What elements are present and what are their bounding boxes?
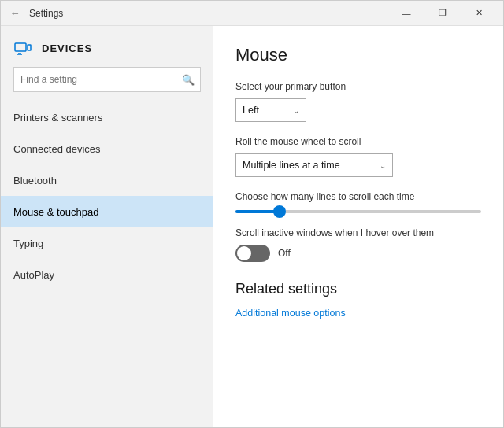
primary-button-label: Select your primary button — [235, 81, 481, 92]
close-button[interactable]: ✕ — [461, 1, 497, 26]
sidebar-item-connected[interactable]: Connected devices — [1, 133, 213, 164]
window-title: Settings — [29, 8, 63, 19]
search-wrapper: 🔍 — [13, 67, 201, 92]
title-bar-left: ← Settings — [7, 6, 388, 21]
search-input[interactable] — [13, 67, 201, 92]
sidebar-heading: DEVICES — [42, 42, 92, 54]
scroll-inactive-toggle[interactable] — [235, 245, 270, 262]
primary-button-value: Left — [243, 105, 287, 116]
primary-button-arrow: ⌄ — [293, 106, 299, 115]
scroll-inactive-label: Scroll inactive windows when I hover ove… — [235, 227, 481, 238]
sidebar-header: DEVICES — [1, 26, 213, 67]
additional-mouse-options-link[interactable]: Additional mouse options — [235, 308, 346, 319]
content-area: DEVICES 🔍 Printers & scanners Connected … — [1, 26, 503, 427]
slider-thumb[interactable] — [273, 205, 286, 218]
scroll-setting-label: Roll the mouse wheel to scroll — [235, 136, 481, 147]
primary-button-dropdown[interactable]: Left ⌄ — [235, 98, 306, 122]
sidebar-item-bluetooth[interactable]: Bluetooth — [1, 164, 213, 196]
scroll-setting-dropdown[interactable]: Multiple lines at a time ⌄ — [235, 153, 393, 177]
title-bar: ← Settings — ❐ ✕ — [1, 1, 503, 26]
page-title: Mouse — [235, 45, 481, 65]
window-controls: — ❐ ✕ — [388, 1, 497, 26]
related-title: Related settings — [235, 281, 481, 297]
toggle-state-label: Off — [278, 248, 291, 259]
scroll-slider-track — [235, 210, 481, 213]
scroll-inactive-section: Scroll inactive windows when I hover ove… — [235, 227, 481, 262]
back-button[interactable]: ← — [7, 6, 23, 21]
scroll-setting-arrow: ⌄ — [380, 161, 386, 170]
minimize-button[interactable]: — — [388, 1, 424, 26]
svg-rect-0 — [15, 43, 26, 51]
search-area: 🔍 — [13, 67, 201, 92]
sidebar: DEVICES 🔍 Printers & scanners Connected … — [1, 26, 213, 427]
sidebar-item-printers[interactable]: Printers & scanners — [1, 101, 213, 133]
sidebar-item-autoplay[interactable]: AutoPlay — [1, 259, 213, 290]
svg-rect-1 — [28, 45, 31, 50]
sidebar-item-typing[interactable]: Typing — [1, 227, 213, 259]
sidebar-nav: Printers & scanners Connected devices Bl… — [1, 101, 213, 290]
scroll-lines-label: Choose how many lines to scroll each tim… — [235, 191, 481, 202]
related-settings: Related settings Additional mouse option… — [235, 281, 481, 319]
maximize-button[interactable]: ❐ — [424, 1, 461, 26]
scroll-setting-value: Multiple lines at a time — [243, 160, 373, 171]
devices-icon — [13, 39, 32, 57]
sidebar-item-mouse[interactable]: Mouse & touchpad — [1, 196, 213, 227]
toggle-row: Off — [235, 245, 481, 262]
toggle-knob — [237, 246, 251, 260]
scroll-lines-section: Choose how many lines to scroll each tim… — [235, 191, 481, 213]
settings-window: ← Settings — ❐ ✕ DEVICES — [0, 0, 504, 428]
main-content: Mouse Select your primary button Left ⌄ … — [213, 26, 503, 427]
